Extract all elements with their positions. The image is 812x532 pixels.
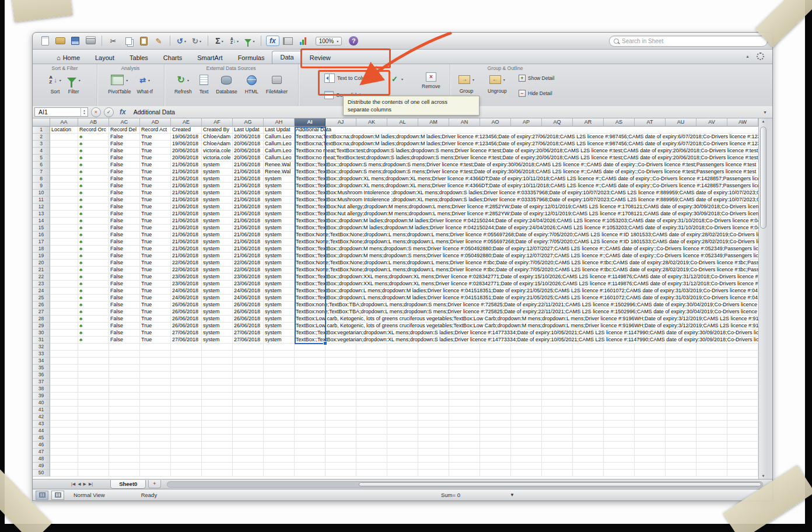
row-header-46[interactable]: 46 [33,442,50,449]
cell[interactable]: system [264,246,295,253]
cell[interactable]: 21/06/2018 [233,190,264,197]
cell[interactable] [171,463,202,470]
last-sheet-icon[interactable]: ▶| [89,482,93,487]
cell[interactable] [696,442,727,449]
cell[interactable]: system [264,211,295,218]
cell[interactable] [635,456,666,463]
cell[interactable] [78,372,109,379]
row-header-14[interactable]: 14 [33,218,50,225]
cell[interactable] [635,449,666,456]
cell[interactable] [50,260,78,267]
cell[interactable] [635,407,666,414]
cell[interactable] [727,421,758,428]
row-header-18[interactable]: 18 [33,246,50,253]
cell[interactable]: system [202,197,233,204]
cell[interactable]: True [140,232,171,239]
cell[interactable]: 26/06/2018 [171,316,202,323]
cell[interactable] [418,379,449,386]
cell[interactable] [50,414,78,421]
cell[interactable] [50,169,78,176]
cell[interactable] [171,365,202,372]
cell[interactable]: 27/06/2018 [171,337,202,344]
row-header-32[interactable]: 32 [33,344,50,351]
column-header-AD[interactable]: AD [140,118,171,127]
cell[interactable] [542,442,573,449]
cell[interactable]: system [264,323,295,330]
cell[interactable] [50,239,78,246]
row-header-41[interactable]: 41 [33,407,50,414]
cell[interactable] [171,379,202,386]
cell[interactable] [604,442,635,449]
cell[interactable] [696,372,727,379]
cell[interactable] [449,456,480,463]
cell[interactable]: system [264,204,295,211]
cell[interactable] [387,393,418,400]
sum-dropdown-icon[interactable]: ▼ [510,492,514,498]
cell[interactable] [666,442,696,449]
cell[interactable] [666,428,696,435]
cell[interactable] [50,162,78,169]
row-header-16[interactable]: 16 [33,232,50,239]
cell[interactable]: system [202,274,233,281]
cell[interactable] [78,463,109,470]
cell[interactable]: False [109,260,140,267]
cell[interactable]: True [140,211,171,218]
cell[interactable]: TextBox:no meat;TextBox:test;dropdown:S … [295,155,758,162]
cell[interactable] [542,365,573,372]
column-header-AS[interactable]: AS [604,118,635,127]
cell[interactable] [573,351,604,358]
cell[interactable] [356,400,387,407]
cell[interactable] [140,358,171,365]
cell[interactable]: 26/06/2018 [233,302,264,309]
cell[interactable] [604,456,635,463]
cell[interactable]: system [264,316,295,323]
cell[interactable] [50,337,78,344]
help-button[interactable]: ? [349,36,358,46]
cell[interactable] [50,253,78,260]
cell[interactable]: victoria.cole [202,148,233,155]
cell[interactable] [480,351,511,358]
cell[interactable] [264,372,295,379]
cell[interactable]: 26/06/2018 [171,302,202,309]
cell[interactable]: ♣ [78,183,109,190]
cell[interactable]: system [202,211,233,218]
cell[interactable] [635,372,666,379]
cell[interactable] [78,435,109,442]
column-header-AL[interactable]: AL [387,118,418,127]
cell[interactable]: TextBox:;TextBox:;dropdown:M mens;dropdo… [295,246,758,253]
cell[interactable]: TextBox:None;TextBox:None;dropdown:L men… [295,239,758,246]
column-header-AF[interactable]: AF [202,118,233,127]
cell[interactable] [295,393,326,400]
cell[interactable] [233,435,264,442]
cell[interactable] [140,386,171,393]
cell[interactable] [573,386,604,393]
undo-button[interactable]: ↺▾ [175,34,188,47]
cell[interactable]: True [140,260,171,267]
cell[interactable] [480,344,511,351]
cell[interactable] [480,393,511,400]
row-header-40[interactable]: 40 [33,400,50,407]
cell[interactable] [480,442,511,449]
cell[interactable] [449,358,480,365]
cell[interactable]: True [140,204,171,211]
cell[interactable] [233,463,264,470]
cell[interactable] [50,316,78,323]
cell[interactable] [604,393,635,400]
insert-function-button[interactable]: fx [120,108,126,116]
cell[interactable]: TextBox:none;TextBox:TBA;dropdown:L mens… [295,309,758,316]
cell[interactable] [78,358,109,365]
cell[interactable] [50,435,78,442]
cell[interactable] [696,358,727,365]
tab-layout[interactable]: Layout [88,52,122,64]
cell[interactable] [696,463,727,470]
cell[interactable] [604,365,635,372]
cell[interactable]: True [140,337,171,344]
cell[interactable] [295,442,326,449]
cell[interactable]: system [264,239,295,246]
cell[interactable] [202,449,233,456]
cell[interactable]: system [202,302,233,309]
cell[interactable] [480,365,511,372]
tab-review[interactable]: Review [302,52,338,64]
cell[interactable] [264,428,295,435]
cell[interactable] [50,274,78,281]
